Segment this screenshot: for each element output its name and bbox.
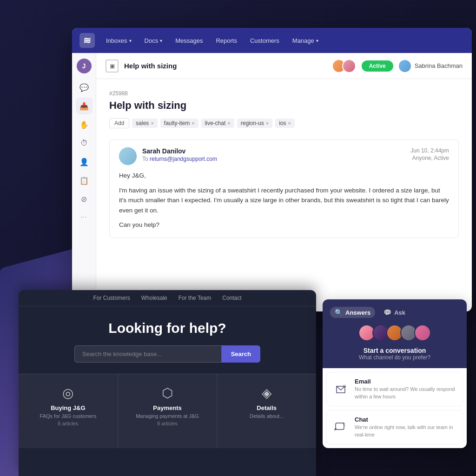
search-row: Search xyxy=(74,345,260,363)
help-nav-contact[interactable]: Contact xyxy=(222,295,241,301)
sidebar: J 💬 📥 ✋ ⏱ 👤 📋 ⊘ ··· xyxy=(72,53,96,311)
payments-title: Payments xyxy=(127,404,208,411)
header-avatars xyxy=(332,59,356,73)
payments-subtitle: Managing payments at J&G xyxy=(127,413,208,419)
message-line-1: Hey J&G, xyxy=(119,171,449,181)
chat-tab-answers[interactable]: 🔍 Answers xyxy=(330,307,375,318)
sidebar-icon-inbox[interactable]: 📥 xyxy=(76,98,93,114)
help-center-window: For Customers Wholesale For the Team Con… xyxy=(19,290,316,476)
ticket-subject: Help with sizing xyxy=(109,99,459,112)
buying-title: Buying J&G xyxy=(28,404,108,411)
avatar: J xyxy=(77,59,92,73)
sidebar-icon-chat[interactable]: 💬 xyxy=(76,79,93,96)
sidebar-icon-contacts[interactable]: 👤 xyxy=(76,153,93,170)
message-line-2: I'm having an issue with the sizing of a… xyxy=(119,185,449,216)
tag-ios: ios × xyxy=(275,119,295,128)
payments-icon: ⬡ xyxy=(127,385,208,401)
main-panel: ▣ Help with sizing Active Sabrina Bachma… xyxy=(96,53,472,311)
avatar-inner xyxy=(119,147,137,165)
email-icon: ✦ xyxy=(332,381,349,397)
chat-avatar-5 xyxy=(414,324,431,341)
nav-item-manage[interactable]: Manage ▾ xyxy=(287,34,324,47)
nav-item-reports[interactable]: Reports xyxy=(210,34,243,47)
message-sender-avatar xyxy=(119,147,137,165)
app-window: ≋ Inboxes ▾ Docs ▾ Messages Reports Cust… xyxy=(72,28,472,311)
help-card-buying[interactable]: ◎ Buying J&G FAQs for J&G customers 6 ar… xyxy=(19,374,118,448)
conversation-title: Help with sizing xyxy=(124,62,326,70)
nav-item-customers[interactable]: Customers xyxy=(245,34,285,47)
tag-faulty-item: faulty-item × xyxy=(160,119,198,128)
chat-icon: 💬 xyxy=(383,309,391,316)
chevron-down-icon: ▾ xyxy=(316,38,318,43)
tag-ios-remove[interactable]: × xyxy=(288,120,291,126)
top-nav: ≋ Inboxes ▾ Docs ▾ Messages Reports Cust… xyxy=(72,28,472,53)
message-meta: Jun 10, 2:44pm Anyone, Active xyxy=(410,147,449,161)
content-area: J 💬 📥 ✋ ⏱ 👤 📋 ⊘ ··· ▣ Help with sizing A… xyxy=(72,53,472,311)
buying-count: 6 articles xyxy=(28,421,108,426)
help-title: Looking for help? xyxy=(37,320,298,336)
chat-widget-header: 🔍 Answers 💬 Ask Start a conversation Wha… xyxy=(323,299,467,368)
chat-tabs: 🔍 Answers 💬 Ask xyxy=(330,307,459,318)
details-subtitle: Details about... xyxy=(226,413,307,419)
sidebar-more[interactable]: ··· xyxy=(80,213,87,220)
sidebar-icon-block[interactable]: ⊘ xyxy=(76,191,93,207)
chat-team-avatars xyxy=(330,324,459,341)
chat-cta-title: Start a conversation xyxy=(330,347,459,354)
tag-region-us: region-us × xyxy=(237,119,272,128)
help-card-payments[interactable]: ⬡ Payments Managing payments at J&G 8 ar… xyxy=(118,374,218,448)
tag-faulty-remove[interactable]: × xyxy=(192,120,194,126)
email-option-title: Email xyxy=(355,378,457,385)
details-title: Details xyxy=(226,404,307,411)
chevron-down-icon: ▾ xyxy=(160,38,162,43)
tags-row: Add sales × faulty-item × live-chat × r xyxy=(109,118,459,128)
payments-count: 8 articles xyxy=(127,421,208,426)
sidebar-icon-reports[interactable]: ⏱ xyxy=(76,135,93,152)
help-nav-team[interactable]: For the Team xyxy=(178,295,211,301)
conversation-body: #25988 Help with sizing Add sales × faul… xyxy=(96,79,472,311)
tag-sales: sales × xyxy=(132,119,157,128)
conversation-header: ▣ Help with sizing Active Sabrina Bachma… xyxy=(96,53,472,79)
search-input[interactable] xyxy=(74,345,222,363)
sidebar-icon-docs[interactable]: 📋 xyxy=(76,172,93,189)
sender-name: Sarah Danilov xyxy=(142,147,217,155)
svg-text:✦: ✦ xyxy=(344,424,346,426)
chat-option-desc: We're online right now, talk with our te… xyxy=(355,424,457,438)
help-card-details[interactable]: ◈ Details Details about... xyxy=(217,374,316,448)
status-badge[interactable]: Active xyxy=(362,60,393,72)
tag-livechat-remove[interactable]: × xyxy=(227,120,230,126)
svg-text:✦: ✦ xyxy=(344,385,346,388)
search-icon: 🔍 xyxy=(335,309,343,316)
tag-add-button[interactable]: Add xyxy=(109,118,129,128)
email-option-desc: No time to wait around? We usually respo… xyxy=(355,386,457,400)
chat-option-chat-info: Chat We're online right now, talk with o… xyxy=(355,416,457,438)
message-card: Sarah Danilov To returns@jandgsupport.co… xyxy=(109,139,459,238)
message-body: Hey J&G, I'm having an issue with the si… xyxy=(119,171,449,230)
conversation-icon: ▣ xyxy=(106,60,119,73)
help-nav-wholesale[interactable]: Wholesale xyxy=(141,295,167,301)
nav-item-messages[interactable]: Messages xyxy=(170,34,208,47)
message-line-3: Can you help? xyxy=(119,220,449,230)
buying-icon: ◎ xyxy=(28,385,108,401)
assignee-name: Sabrina Bachman xyxy=(399,60,463,72)
chat-options: ✦ Email No time to wait around? We usual… xyxy=(323,368,467,448)
nav-item-inboxes[interactable]: Inboxes ▾ xyxy=(100,34,137,47)
ticket-number: #25988 xyxy=(109,90,459,97)
tag-region-remove[interactable]: × xyxy=(266,120,269,126)
help-cards: ◎ Buying J&G FAQs for J&G customers 6 ar… xyxy=(19,374,316,448)
message-to: To returns@jandgsupport.com xyxy=(142,156,217,162)
help-nav-customers[interactable]: For Customers xyxy=(93,295,130,301)
details-icon: ◈ xyxy=(226,385,307,401)
tag-sales-remove[interactable]: × xyxy=(151,120,153,126)
chat-option-title: Chat xyxy=(355,416,457,423)
chat-widget: 🔍 Answers 💬 Ask Start a conversation Wha… xyxy=(323,299,467,448)
sidebar-icon-hand[interactable]: ✋ xyxy=(76,116,93,133)
avatar-2 xyxy=(342,59,356,73)
chat-option-email[interactable]: ✦ Email No time to wait around? We usual… xyxy=(326,372,463,406)
chat-option-chat[interactable]: ✦ ✦ Chat We're online right now, talk wi… xyxy=(326,410,463,444)
search-button[interactable]: Search xyxy=(222,345,260,363)
message-sender-info: Sarah Danilov To returns@jandgsupport.co… xyxy=(142,147,217,162)
help-center-nav: For Customers Wholesale For the Team Con… xyxy=(19,290,316,306)
nav-item-docs[interactable]: Docs ▾ xyxy=(139,34,168,47)
message-date: Jun 10, 2:44pm xyxy=(410,147,449,154)
chat-tab-ask[interactable]: 💬 Ask xyxy=(379,307,410,318)
